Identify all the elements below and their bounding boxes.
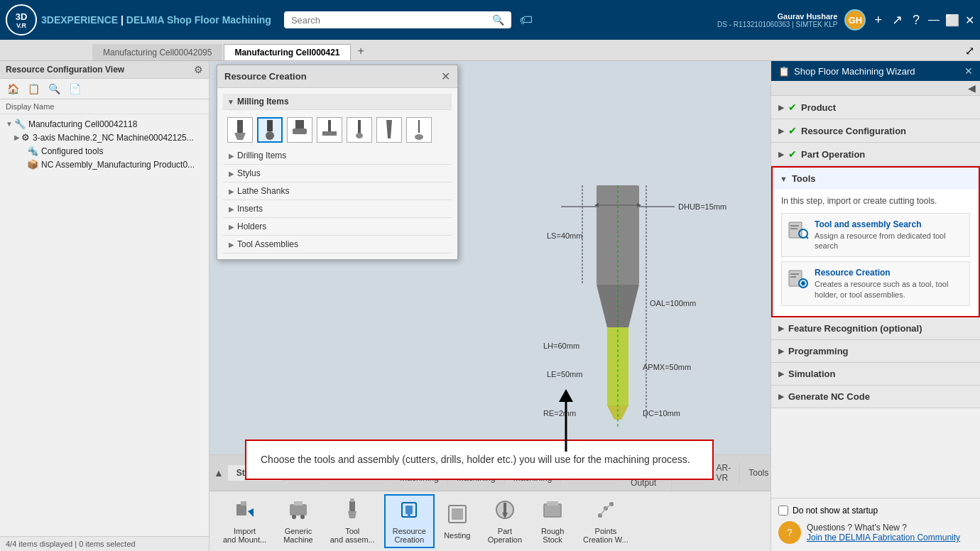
- toolbar-resource-creation[interactable]: ResourceCreation: [384, 494, 435, 548]
- mill-icon-2[interactable]: [257, 117, 283, 143]
- svg-rect-69: [790, 276, 796, 278]
- wizard-option-tool-search[interactable]: Tool and assembly Search Assign a resour…: [781, 213, 970, 258]
- mill-icon-3[interactable]: [287, 117, 312, 143]
- wizard-section-part-op-header[interactable]: ▶ ✔ Part Operation: [771, 143, 980, 165]
- help-icon[interactable]: ?: [911, 11, 921, 29]
- tree-item-root[interactable]: ▼ 🔧 Manufacturing Cell00042118: [0, 117, 209, 131]
- milling-icons-row: [223, 113, 452, 147]
- right-panel-expand-icon[interactable]: ◀: [968, 82, 976, 94]
- tree-tools-icon: 🔩: [27, 146, 38, 156]
- tab-active[interactable]: Manufacturing Cell000421: [224, 44, 350, 60]
- mill-icon-6[interactable]: [376, 117, 402, 143]
- wizard-section-nc-code-header[interactable]: ▶ Generate NC Code: [771, 386, 980, 408]
- right-panel-close-button[interactable]: ✕: [964, 65, 973, 77]
- wizard-section-feature-header[interactable]: ▶ Feature Recognition (optional): [771, 317, 980, 339]
- wizard-section-product-header[interactable]: ▶ ✔ Product: [771, 96, 980, 119]
- user-avatar[interactable]: GH: [844, 9, 866, 31]
- tool-assembly-label: Tooland assem...: [330, 527, 375, 544]
- drilling-section[interactable]: ▶ Drilling Items: [223, 147, 452, 165]
- sidebar-list-icon[interactable]: 📋: [25, 82, 43, 96]
- milling-section-label: Milling Items: [237, 97, 289, 107]
- tab-inactive[interactable]: Manufacturing Cell00042095: [92, 44, 222, 60]
- resource-config-expand-icon: ▶: [778, 126, 784, 136]
- svg-point-12: [415, 134, 423, 140]
- dialog-close-button[interactable]: ✕: [441, 70, 450, 83]
- sidebar-search-icon[interactable]: 🔍: [45, 82, 63, 96]
- resource-creation-label: ResourceCreation: [393, 527, 426, 544]
- svg-line-66: [806, 236, 808, 239]
- tab-add-button[interactable]: +: [352, 42, 370, 60]
- wizard-option-resource-creation[interactable]: Resource Creation Creates a resource suc…: [781, 261, 970, 306]
- svg-marker-1: [234, 133, 246, 140]
- toolbar-tab-tools[interactable]: Tools: [740, 465, 771, 481]
- svg-rect-51: [452, 508, 463, 520]
- wizard-section-tools-header[interactable]: ▼ Tools: [773, 168, 979, 190]
- community-link[interactable]: Join the DELMIA Fabrication Community: [807, 533, 960, 542]
- maximize-icon[interactable]: ⤢: [959, 41, 980, 60]
- holders-section[interactable]: ▶ Holders: [223, 218, 452, 236]
- svg-rect-11: [418, 120, 420, 133]
- tree-item-assembly[interactable]: 📦 NC Assembly_Manufacturing Product0...: [0, 158, 209, 171]
- part-operation-icon: [494, 498, 516, 525]
- toolbar-part-operation[interactable]: PartOperation: [480, 495, 530, 547]
- svg-rect-64: [790, 228, 797, 229]
- search-bar[interactable]: 🔍: [284, 11, 511, 28]
- mill-icon-5[interactable]: [347, 117, 372, 143]
- svg-rect-55: [544, 504, 561, 517]
- toolbar-tool-assembly[interactable]: Tooland assem...: [322, 495, 383, 547]
- tree-item-machine[interactable]: ▶ ⚙ 3-axis Machine.2_NC Machine00042125.…: [0, 131, 209, 144]
- resource-config-check-icon: ✔: [788, 125, 797, 136]
- tree-label-root: Manufacturing Cell00042118: [28, 119, 137, 129]
- inserts-expand-icon: ▶: [229, 205, 234, 213]
- svg-rect-5: [293, 129, 307, 134]
- svg-text:OAL=100mm: OAL=100mm: [650, 299, 696, 307]
- svg-text:DC=10mm: DC=10mm: [643, 409, 680, 418]
- add-icon[interactable]: +: [873, 11, 883, 29]
- lathe-section[interactable]: ▶ Lathe Shanks: [223, 182, 452, 200]
- toolbar-collapse-button[interactable]: ▲: [209, 464, 228, 481]
- mill-icon-7[interactable]: [406, 117, 432, 143]
- startup-checkbox[interactable]: [778, 506, 788, 515]
- tool-assemblies-expand-icon: ▶: [229, 241, 234, 249]
- tree-item-tools[interactable]: 🔩 Configured tools: [0, 144, 209, 158]
- toolbar-nesting[interactable]: Nesting: [436, 499, 479, 543]
- wizard-section-simulation-header[interactable]: ▶ Simulation: [771, 363, 980, 385]
- svg-point-3: [266, 131, 274, 140]
- search-icon[interactable]: 🔍: [492, 14, 504, 26]
- holders-expand-icon: ▶: [229, 223, 234, 231]
- sidebar-home-icon[interactable]: 🏠: [4, 82, 22, 96]
- wizard-section-resource-config-header[interactable]: ▶ ✔ Resource Configuration: [771, 119, 980, 142]
- inserts-section[interactable]: ▶ Inserts: [223, 200, 452, 218]
- wizard-section-programming-header[interactable]: ▶ Programming: [771, 340, 980, 362]
- stylus-section[interactable]: ▶ Stylus: [223, 165, 452, 182]
- product-check-icon: ✔: [788, 102, 797, 113]
- tool-assemblies-label: Tool Assemblies: [237, 239, 298, 249]
- toolbar-rough-stock[interactable]: RoughStock: [531, 495, 574, 547]
- logo-3dx[interactable]: 3D V.R: [6, 4, 37, 36]
- toolbar-points-creation[interactable]: PointsCreation W...: [575, 495, 636, 547]
- milling-section-header[interactable]: ▼ Milling Items: [223, 94, 452, 110]
- svg-rect-56: [547, 501, 558, 506]
- restore-button[interactable]: ⬜: [945, 13, 959, 27]
- nc-code-label: Generate NC Code: [788, 391, 870, 402]
- annotation-text: Choose the tools and assembly (cutters, …: [261, 454, 690, 465]
- toolbar-import-mount[interactable]: Importand Mount...: [215, 495, 274, 547]
- close-button[interactable]: ✕: [965, 13, 974, 27]
- sidebar-copy-icon[interactable]: 📄: [66, 82, 84, 96]
- user-org: DS - R1132101060363 | SIMTEK KLP: [717, 21, 837, 28]
- search-input[interactable]: [291, 15, 488, 26]
- resource-creation-wizard-desc: Creates a resource such as a tool, tool …: [815, 279, 964, 300]
- mill-icon-1[interactable]: [227, 117, 253, 143]
- dialog-titlebar: Resource Creation ✕: [217, 65, 457, 88]
- share-icon[interactable]: ↗: [891, 11, 904, 29]
- sidebar-gear-icon[interactable]: ⚙: [194, 64, 203, 75]
- mill-icon-4[interactable]: [317, 117, 342, 143]
- wizard-tools-desc: In this step, import or create cutting t…: [781, 195, 970, 207]
- bookmark-icon[interactable]: 🏷: [520, 13, 533, 28]
- part-op-check-icon: ✔: [788, 148, 797, 160]
- import-mount-label: Importand Mount...: [223, 527, 266, 544]
- toolbar-generic-machine[interactable]: GenericMachine: [276, 495, 321, 547]
- tool-assemblies-section[interactable]: ▶ Tool Assemblies: [223, 236, 452, 253]
- minimize-button[interactable]: —: [928, 13, 940, 26]
- svg-rect-4: [295, 120, 304, 129]
